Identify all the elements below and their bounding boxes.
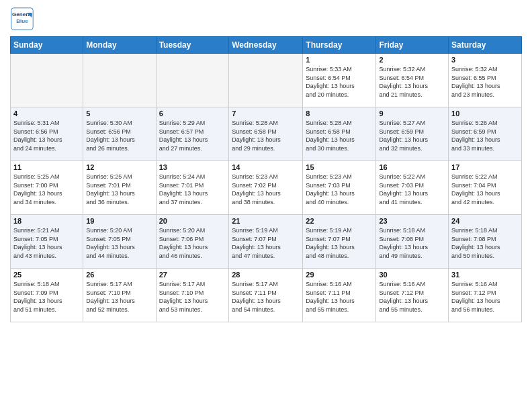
calendar-cell: 1Sunrise: 5:33 AM Sunset: 6:54 PM Daylig…: [303, 54, 376, 107]
logo: General Blue: [10, 7, 37, 31]
calendar-cell: 26Sunrise: 5:17 AM Sunset: 7:10 PM Dayli…: [83, 269, 156, 322]
day-number: 30: [379, 271, 445, 279]
calendar-cell: 7Sunrise: 5:28 AM Sunset: 6:58 PM Daylig…: [229, 107, 303, 161]
calendar-cell: [83, 54, 156, 107]
day-info: Sunrise: 5:28 AM Sunset: 6:58 PM Dayligh…: [306, 119, 373, 152]
day-info: Sunrise: 5:28 AM Sunset: 6:58 PM Dayligh…: [232, 119, 300, 152]
weekday-header-wednesday: Wednesday: [229, 37, 303, 54]
day-info: Sunrise: 5:21 AM Sunset: 7:05 PM Dayligh…: [13, 226, 80, 260]
day-info: Sunrise: 5:25 AM Sunset: 7:01 PM Dayligh…: [86, 173, 152, 206]
calendar-cell: 11Sunrise: 5:25 AM Sunset: 7:00 PM Dayli…: [11, 161, 83, 215]
day-info: Sunrise: 5:17 AM Sunset: 7:10 PM Dayligh…: [159, 280, 226, 314]
weekday-header-saturday: Saturday: [449, 37, 522, 54]
day-info: Sunrise: 5:30 AM Sunset: 6:56 PM Dayligh…: [86, 119, 152, 152]
day-number: 9: [379, 109, 445, 118]
day-info: Sunrise: 5:23 AM Sunset: 7:03 PM Dayligh…: [306, 173, 373, 206]
day-number: 11: [13, 163, 80, 171]
weekday-header-thursday: Thursday: [303, 37, 376, 54]
day-info: Sunrise: 5:18 AM Sunset: 7:08 PM Dayligh…: [451, 226, 519, 260]
calendar-cell: 3Sunrise: 5:32 AM Sunset: 6:55 PM Daylig…: [449, 54, 522, 107]
day-number: 26: [86, 271, 152, 279]
calendar-cell: 22Sunrise: 5:19 AM Sunset: 7:07 PM Dayli…: [303, 215, 376, 269]
calendar-cell: 13Sunrise: 5:24 AM Sunset: 7:01 PM Dayli…: [156, 161, 229, 215]
day-number: 29: [306, 271, 373, 279]
day-info: Sunrise: 5:20 AM Sunset: 7:05 PM Dayligh…: [86, 226, 152, 260]
weekday-header-friday: Friday: [376, 37, 449, 54]
calendar-cell: 21Sunrise: 5:19 AM Sunset: 7:07 PM Dayli…: [229, 215, 303, 269]
day-info: Sunrise: 5:19 AM Sunset: 7:07 PM Dayligh…: [232, 226, 300, 260]
day-info: Sunrise: 5:18 AM Sunset: 7:08 PM Dayligh…: [379, 226, 445, 260]
day-number: 13: [159, 163, 226, 171]
day-number: 19: [86, 217, 152, 225]
calendar-cell: [156, 54, 229, 107]
day-info: Sunrise: 5:29 AM Sunset: 6:57 PM Dayligh…: [159, 119, 226, 152]
day-info: Sunrise: 5:16 AM Sunset: 7:12 PM Dayligh…: [379, 280, 445, 314]
day-info: Sunrise: 5:18 AM Sunset: 7:09 PM Dayligh…: [13, 280, 80, 314]
day-number: 24: [451, 217, 519, 225]
day-number: 1: [306, 56, 373, 64]
calendar-cell: 14Sunrise: 5:23 AM Sunset: 7:02 PM Dayli…: [229, 161, 303, 215]
day-number: 3: [451, 56, 519, 64]
calendar-cell: [229, 54, 303, 107]
calendar-cell: 27Sunrise: 5:17 AM Sunset: 7:10 PM Dayli…: [156, 269, 229, 322]
day-info: Sunrise: 5:20 AM Sunset: 7:06 PM Dayligh…: [159, 226, 226, 260]
day-number: 14: [232, 163, 300, 171]
day-number: 20: [159, 217, 226, 225]
calendar-week-1: 1Sunrise: 5:33 AM Sunset: 6:54 PM Daylig…: [11, 54, 522, 107]
day-number: 10: [451, 109, 519, 118]
day-info: Sunrise: 5:31 AM Sunset: 6:56 PM Dayligh…: [13, 119, 80, 152]
day-number: 16: [379, 163, 445, 171]
calendar-cell: 4Sunrise: 5:31 AM Sunset: 6:56 PM Daylig…: [11, 107, 83, 161]
calendar-week-5: 25Sunrise: 5:18 AM Sunset: 7:09 PM Dayli…: [11, 269, 522, 322]
day-info: Sunrise: 5:32 AM Sunset: 6:54 PM Dayligh…: [379, 65, 445, 99]
day-info: Sunrise: 5:27 AM Sunset: 6:59 PM Dayligh…: [379, 119, 445, 152]
day-info: Sunrise: 5:22 AM Sunset: 7:03 PM Dayligh…: [379, 173, 445, 206]
day-info: Sunrise: 5:19 AM Sunset: 7:07 PM Dayligh…: [306, 226, 373, 260]
calendar-cell: 8Sunrise: 5:28 AM Sunset: 6:58 PM Daylig…: [303, 107, 376, 161]
calendar-cell: 31Sunrise: 5:16 AM Sunset: 7:12 PM Dayli…: [449, 269, 522, 322]
calendar-header-row: SundayMondayTuesdayWednesdayThursdayFrid…: [11, 37, 522, 54]
calendar-cell: 20Sunrise: 5:20 AM Sunset: 7:06 PM Dayli…: [156, 215, 229, 269]
day-number: 25: [13, 271, 80, 279]
day-info: Sunrise: 5:26 AM Sunset: 6:59 PM Dayligh…: [451, 119, 519, 152]
calendar-cell: 29Sunrise: 5:16 AM Sunset: 7:11 PM Dayli…: [303, 269, 376, 322]
day-number: 18: [13, 217, 80, 225]
day-number: 22: [306, 217, 373, 225]
calendar-cell: 10Sunrise: 5:26 AM Sunset: 6:59 PM Dayli…: [449, 107, 522, 161]
day-info: Sunrise: 5:33 AM Sunset: 6:54 PM Dayligh…: [306, 65, 373, 99]
calendar-cell: 5Sunrise: 5:30 AM Sunset: 6:56 PM Daylig…: [83, 107, 156, 161]
day-number: 21: [232, 217, 300, 225]
day-number: 6: [159, 109, 226, 118]
calendar-cell: 28Sunrise: 5:17 AM Sunset: 7:11 PM Dayli…: [229, 269, 303, 322]
day-number: 8: [306, 109, 373, 118]
day-number: 7: [232, 109, 300, 118]
calendar-table: SundayMondayTuesdayWednesdayThursdayFrid…: [10, 36, 522, 322]
calendar-cell: 18Sunrise: 5:21 AM Sunset: 7:05 PM Dayli…: [11, 215, 83, 269]
day-info: Sunrise: 5:16 AM Sunset: 7:11 PM Dayligh…: [306, 280, 373, 314]
calendar-cell: 16Sunrise: 5:22 AM Sunset: 7:03 PM Dayli…: [376, 161, 449, 215]
day-number: 17: [451, 163, 519, 171]
calendar-week-2: 4Sunrise: 5:31 AM Sunset: 6:56 PM Daylig…: [11, 107, 522, 161]
day-info: Sunrise: 5:17 AM Sunset: 7:10 PM Dayligh…: [86, 280, 152, 314]
calendar-cell: 15Sunrise: 5:23 AM Sunset: 7:03 PM Dayli…: [303, 161, 376, 215]
logo-icon: General Blue: [10, 7, 34, 31]
calendar-cell: [11, 54, 83, 107]
weekday-header-tuesday: Tuesday: [156, 37, 229, 54]
weekday-header-monday: Monday: [83, 37, 156, 54]
day-number: 23: [379, 217, 445, 225]
day-number: 5: [86, 109, 152, 118]
calendar-cell: 17Sunrise: 5:22 AM Sunset: 7:04 PM Dayli…: [449, 161, 522, 215]
day-number: 31: [451, 271, 519, 279]
calendar-cell: 24Sunrise: 5:18 AM Sunset: 7:08 PM Dayli…: [449, 215, 522, 269]
calendar-cell: 12Sunrise: 5:25 AM Sunset: 7:01 PM Dayli…: [83, 161, 156, 215]
day-number: 15: [306, 163, 373, 171]
calendar-cell: 30Sunrise: 5:16 AM Sunset: 7:12 PM Dayli…: [376, 269, 449, 322]
page-header: General Blue: [10, 7, 522, 31]
day-info: Sunrise: 5:16 AM Sunset: 7:12 PM Dayligh…: [451, 280, 519, 314]
calendar-cell: 23Sunrise: 5:18 AM Sunset: 7:08 PM Dayli…: [376, 215, 449, 269]
calendar-cell: 6Sunrise: 5:29 AM Sunset: 6:57 PM Daylig…: [156, 107, 229, 161]
calendar-cell: 2Sunrise: 5:32 AM Sunset: 6:54 PM Daylig…: [376, 54, 449, 107]
day-number: 28: [232, 271, 300, 279]
day-number: 27: [159, 271, 226, 279]
calendar-week-3: 11Sunrise: 5:25 AM Sunset: 7:00 PM Dayli…: [11, 161, 522, 215]
